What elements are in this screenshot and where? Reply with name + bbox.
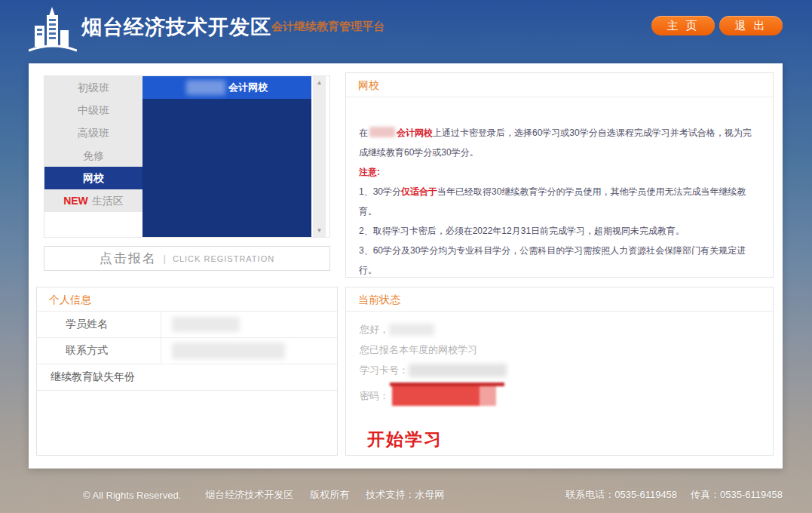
course-list-scrollbar[interactable]: ▲ ▼ — [313, 76, 326, 237]
city-building-logo-icon — [29, 6, 77, 53]
footer-org: 烟台经济技术开发区 — [205, 488, 293, 502]
registered-line: 您已报名本年度的网校学习 — [360, 339, 759, 360]
site-title: 烟台经济技术开发区 — [81, 14, 271, 41]
class-type-menu: 初级班 中级班 高级班 免修 网校 NEW生活区 — [44, 76, 142, 212]
course-item-label: 会计网校 — [228, 81, 268, 94]
home-button[interactable]: 主 页 — [651, 16, 715, 35]
redacted-password — [392, 386, 481, 406]
footer-phone: 联系电话：0535-6119458 — [565, 488, 677, 502]
notice-title: 注意: — [359, 162, 760, 182]
footer-copyright: © All Rights Reserved. — [83, 490, 181, 501]
table-row: 学员姓名 — [37, 312, 337, 338]
card-number-line: 学习卡号： — [360, 360, 759, 380]
intro-highlight: 会计网校 — [397, 127, 433, 138]
start-learning-link[interactable]: 开始学习 — [367, 428, 443, 451]
intro-prefix: 在 — [359, 127, 368, 138]
note1-prefix: 1、30学分 — [359, 186, 401, 197]
current-status-title: 当前状态 — [346, 287, 773, 312]
footer: © All Rights Reserved. 烟台经济技术开发区 版权所有 技术… — [0, 488, 812, 502]
current-status-body: 您好， 您已报名本年度的网校学习 学习卡号： 密码： 开始学习 — [346, 312, 773, 451]
title-separator: | — [259, 15, 262, 33]
register-button-sublabel: CLICK REGISTRATION — [173, 254, 274, 263]
redacted-student-name — [172, 317, 240, 332]
contact-value — [161, 343, 337, 359]
intro-paragraph: 在会计网校上通过卡密登录后，选择60学习或30学分自选课程完成学习并考试合格，视… — [359, 123, 760, 162]
registered-text: 您已报名本年度的网校学习 — [360, 343, 477, 357]
notice-item-2: 2、取得学习卡密后，必须在2022年12月31日前完成学习，超期视同未完成教育。 — [359, 221, 760, 241]
notice-item-1: 1、30学分仅适合于当年已经取得30继续教育学分的学员使用，其他学员使用无法完成… — [359, 182, 760, 221]
main-card: 初级班 中级班 高级班 免修 网校 NEW生活区 会计网校 ▲ ▼ 点击报名 |… — [29, 63, 783, 468]
register-button-divider: | — [164, 253, 166, 264]
contact-label: 联系方式 — [37, 338, 161, 364]
online-school-panel-title: 网校 — [346, 73, 773, 97]
register-button[interactable]: 点击报名 | CLICK REGISTRATION — [44, 246, 330, 271]
scroll-down-icon[interactable]: ▼ — [317, 227, 323, 234]
missing-years-label: 继续教育缺失年份 — [51, 370, 135, 384]
menu-item-intermediate[interactable]: 中级班 — [44, 99, 142, 121]
course-item-accounting-school[interactable]: 会计网校 — [142, 76, 311, 99]
personal-info-title: 个人信息 — [37, 287, 337, 312]
redacted-contact — [172, 343, 285, 359]
menu-item-advanced[interactable]: 高级班 — [44, 121, 142, 144]
note1-highlight: 仅适合于 — [401, 186, 437, 197]
site-subtitle: 会计继续教育管理平台 — [271, 20, 385, 34]
menu-item-life-zone-label: 生活区 — [92, 195, 124, 207]
menu-item-life-zone[interactable]: NEW生活区 — [44, 189, 142, 212]
course-selector: 初级班 中级班 高级班 免修 网校 NEW生活区 会计网校 ▲ ▼ — [44, 75, 330, 238]
redacted-user-name — [389, 324, 434, 336]
menu-item-beginner[interactable]: 初级班 — [44, 76, 142, 99]
redacted-course-prefix — [186, 80, 225, 95]
current-status-panel: 当前状态 您好， 您已报名本年度的网校学习 学习卡号： 密码： 开始学习 — [345, 287, 774, 456]
student-name-label: 学员姓名 — [37, 312, 161, 337]
online-school-panel-body: 在会计网校上通过卡密登录后，选择60学习或30学分自选课程完成学习并考试合格，视… — [346, 97, 773, 280]
greeting-line: 您好， — [360, 319, 759, 339]
footer-contact: 联系电话：0535-6119458 传真：0535-6119458 — [565, 488, 783, 502]
new-badge: NEW — [63, 195, 88, 207]
password-label: 密码： — [360, 389, 389, 403]
menu-item-exempt[interactable]: 免修 — [44, 144, 142, 167]
card-number-label: 学习卡号： — [360, 364, 409, 377]
notice-item-3: 3、60学分及30学分均为专业科目学分，公需科目的学习需按照人力资源社会保障部门… — [359, 241, 760, 280]
password-line: 密码： — [360, 382, 759, 410]
table-row: 联系方式 — [37, 338, 337, 364]
course-list: 会计网校 — [142, 76, 311, 237]
redacted-card-number — [409, 364, 507, 377]
register-button-label: 点击报名 — [100, 250, 157, 267]
footer-fax: 传真：0535-6119458 — [691, 488, 783, 502]
greeting-label: 您好， — [360, 323, 389, 336]
footer-rights: 版权所有 — [310, 488, 349, 502]
student-name-value — [161, 317, 337, 332]
redacted-school-name — [369, 127, 395, 137]
online-school-panel: 网校 在会计网校上通过卡密登录后，选择60学习或30学分自选课程完成学习并考试合… — [345, 72, 774, 278]
missing-years-row: 继续教育缺失年份 — [37, 364, 337, 391]
scroll-up-icon[interactable]: ▲ — [317, 79, 323, 86]
footer-support: 技术支持：水母网 — [366, 488, 444, 502]
logout-button[interactable]: 退 出 — [719, 16, 783, 35]
personal-info-panel: 个人信息 学员姓名 联系方式 继续教育缺失年份 — [36, 287, 338, 456]
menu-item-online-school[interactable]: 网校 — [44, 167, 142, 189]
